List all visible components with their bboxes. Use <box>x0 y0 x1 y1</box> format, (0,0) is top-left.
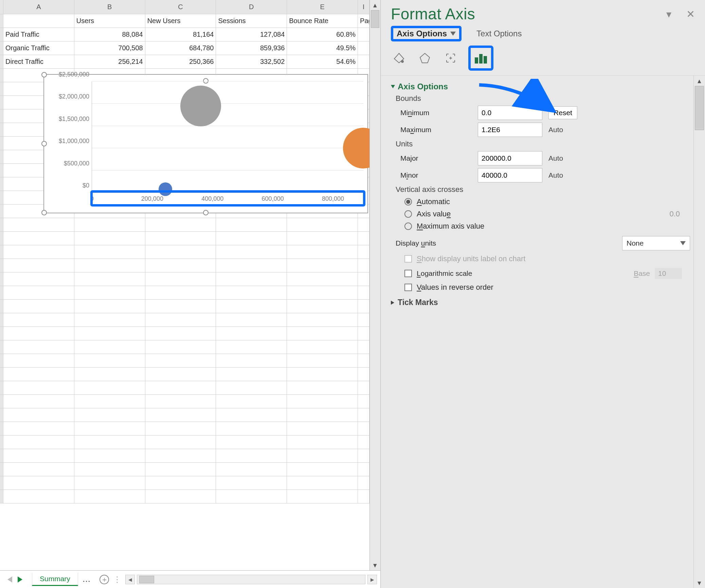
hscroll-thumb[interactable] <box>139 576 154 583</box>
reverse-order-checkbox[interactable]: Values in reverse order <box>404 283 690 292</box>
table-row: Paid Traffic88,08481,164127,08460.8% <box>0 28 369 41</box>
tab-drag-icon[interactable]: ⋮ <box>113 575 122 584</box>
panel-scroll-thumb[interactable] <box>695 86 704 130</box>
axis-options-dropdown[interactable]: Axis Options <box>397 29 456 38</box>
header-row: Users New Users Sessions Bounce Rate Pag… <box>0 14 369 28</box>
col-B[interactable]: B <box>74 0 145 14</box>
panel-scrollbar[interactable]: ▴ ▾ <box>693 76 705 588</box>
resize-handle[interactable] <box>41 72 47 77</box>
svg-rect-2 <box>475 57 478 64</box>
radio-automatic[interactable]: Automatic <box>404 197 690 206</box>
minor-input[interactable] <box>478 168 542 182</box>
col-I[interactable]: I <box>358 0 369 14</box>
resize-handle[interactable] <box>203 210 209 215</box>
new-sheet-button[interactable]: ＋ <box>100 575 109 584</box>
chevron-down-icon <box>450 32 456 36</box>
scroll-up-icon[interactable]: ▴ <box>370 0 380 10</box>
scroll-thumb[interactable] <box>371 10 379 28</box>
text-options-tab[interactable]: Text Options <box>476 29 522 38</box>
close-icon[interactable]: ✕ <box>686 8 695 20</box>
col-D[interactable]: D <box>216 0 287 14</box>
bubble-direct[interactable] <box>180 86 221 126</box>
svg-rect-4 <box>484 56 487 64</box>
column-headers: A B C D E I <box>0 0 369 14</box>
chevron-down-icon <box>680 241 686 245</box>
major-label: Major <box>400 154 472 162</box>
tab-nav-right-icon[interactable] <box>18 576 22 583</box>
maximum-input[interactable] <box>478 123 542 137</box>
reset-button[interactable]: Reset <box>548 106 577 119</box>
size-properties-icon[interactable] <box>442 50 459 66</box>
svg-rect-3 <box>479 54 483 64</box>
radio-axis-value[interactable]: Axis value0.0 <box>404 210 690 218</box>
vertical-scrollbar[interactable]: ▴ ▾ <box>369 0 380 570</box>
bounds-label: Bounds <box>396 94 690 103</box>
svg-marker-1 <box>420 53 430 63</box>
display-units-select[interactable]: None <box>622 236 690 250</box>
minimum-label: Minimum <box>400 109 472 117</box>
sheet-tabs: Summary ... ＋ ⋮ ◂ ▸ <box>0 570 380 588</box>
effects-icon[interactable] <box>417 50 433 66</box>
embedded-chart[interactable]: $0 $500,000 $1,000,000 $1,500,000 $2,000… <box>43 74 368 213</box>
minimum-input[interactable] <box>478 106 542 120</box>
display-units-label: Display units <box>396 239 436 247</box>
axis-options-section[interactable]: Axis Options <box>391 82 690 91</box>
major-input[interactable] <box>478 151 542 165</box>
svg-point-0 <box>401 60 404 63</box>
col-E[interactable]: E <box>287 0 358 14</box>
table-row: Direct Traffic256,214250,366332,50254.6% <box>0 55 369 69</box>
scroll-down-icon[interactable]: ▾ <box>370 560 380 570</box>
plot-area[interactable]: $0 $500,000 $1,000,000 $1,500,000 $2,000… <box>92 82 363 193</box>
hscroll-right-icon[interactable]: ▸ <box>367 575 377 584</box>
hscroll-left-icon[interactable]: ◂ <box>125 575 135 584</box>
col-A[interactable]: A <box>3 0 74 14</box>
axis-options-icon[interactable] <box>473 50 489 66</box>
units-label: Units <box>396 140 690 148</box>
tab-overflow[interactable]: ... <box>78 575 96 584</box>
base-label: Base <box>634 269 650 278</box>
panel-menu-icon[interactable]: ▾ <box>666 8 671 20</box>
radio-max-axis-value[interactable]: Maximum axis value <box>404 222 690 231</box>
panel-title: Format Axis <box>391 5 475 23</box>
axis-options-dropdown-highlight: Axis Options <box>391 26 462 41</box>
tab-summary[interactable]: Summary <box>32 573 78 586</box>
horizontal-scrollbar[interactable]: ◂ ▸ <box>122 575 380 584</box>
log-scale-label: Logarithmic scale <box>417 269 472 278</box>
maximum-label: Maximum <box>400 126 472 134</box>
minor-label: Minor <box>400 171 472 179</box>
x-axis-highlight <box>90 190 365 207</box>
log-scale-checkbox[interactable] <box>404 270 412 277</box>
tab-nav-left-icon[interactable] <box>7 576 12 583</box>
auto-label: Auto <box>548 126 563 134</box>
col-C[interactable]: C <box>145 0 216 14</box>
bubble-organic[interactable] <box>343 128 369 168</box>
tick-marks-section[interactable]: Tick Marks <box>391 298 690 307</box>
axis-options-icon-highlight <box>468 46 493 71</box>
table-row: Organic Traffic700,508684,780859,93649.5… <box>0 41 369 55</box>
vertical-axis-crosses-label: Vertical axis crosses <box>396 185 690 194</box>
resize-handle[interactable] <box>41 210 47 215</box>
resize-handle[interactable] <box>41 141 47 146</box>
base-value: 10 <box>655 268 682 279</box>
show-display-units-checkbox: Show display units label on chart <box>404 254 690 263</box>
fill-line-icon[interactable] <box>391 50 407 66</box>
